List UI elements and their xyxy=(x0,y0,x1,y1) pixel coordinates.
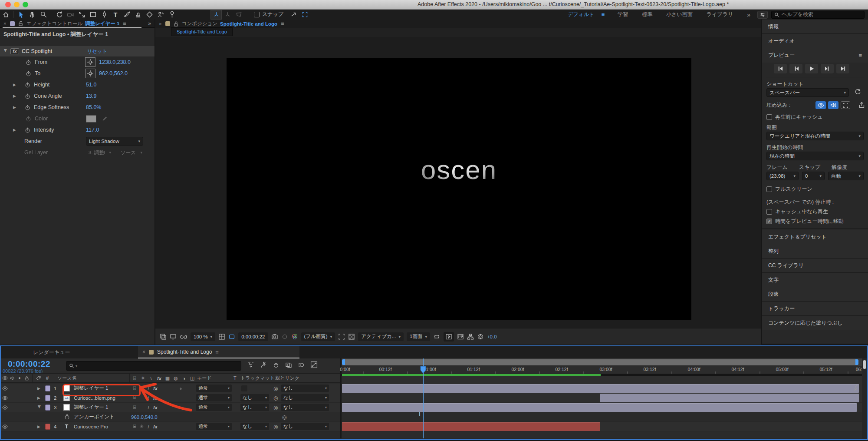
fx-switch[interactable]: fx xyxy=(152,395,159,401)
twirl-open-icon[interactable]: ▶ xyxy=(3,49,8,53)
shortcut-dropdown[interactable]: スペースバー xyxy=(766,88,849,97)
panel-header-align[interactable]: 整列 xyxy=(762,244,868,259)
timeline-search-input[interactable]: ▾ xyxy=(66,361,241,371)
trackmat-column-label[interactable]: トラックマット xyxy=(240,375,275,381)
channels-icon[interactable] xyxy=(291,333,298,340)
zoom-tool[interactable] xyxy=(38,10,49,20)
prop-value[interactable]: 117.0 xyxy=(86,127,99,133)
export-icon[interactable] xyxy=(858,102,865,109)
live-update-icon[interactable] xyxy=(260,361,267,368)
workspace-tab-small-screen[interactable]: 小さい画面 xyxy=(666,11,693,18)
panel-overflow-chevron[interactable]: » xyxy=(148,20,151,27)
panel-header-effects-presets[interactable]: エフェクト＆プリセット xyxy=(762,230,868,244)
work-area-end-handle[interactable] xyxy=(855,359,858,365)
anchor-point-row[interactable]: アンカーポイント 960.0,540.0 ◎ xyxy=(1,412,340,422)
pick-whip-icon[interactable]: ◎ xyxy=(273,395,278,401)
twirl-closed-icon[interactable]: ▶ xyxy=(13,128,17,132)
pixel-aspect-icon[interactable] xyxy=(433,333,441,340)
pick-whip-icon[interactable]: ◎ xyxy=(273,424,278,430)
prop-value[interactable]: 85.0% xyxy=(86,104,101,110)
timeline-comp-tab[interactable]: × Spotlight-Title and Logo ≡ xyxy=(138,346,299,358)
selection-tool[interactable] xyxy=(15,10,26,20)
range-dropdown[interactable]: ワークエリアと現在の時間 xyxy=(766,132,864,140)
include-audio-icon[interactable] xyxy=(828,101,838,109)
effect-name[interactable]: CC Spotlight xyxy=(22,48,52,54)
scrollbar-thumb[interactable] xyxy=(863,360,866,369)
region-brackets-icon[interactable] xyxy=(299,10,310,20)
panel-header-paragraph[interactable]: 段落 xyxy=(762,287,868,302)
mask-visibility-icon[interactable] xyxy=(228,333,235,340)
stopwatch-icon[interactable] xyxy=(24,104,30,110)
camera-dropdown[interactable]: アクティブカ...▾ xyxy=(358,332,404,341)
view-axis-mode-icon[interactable] xyxy=(233,10,244,20)
adjustment-layer-switch[interactable]: ◑ xyxy=(177,386,184,391)
first-frame-button[interactable] xyxy=(774,64,787,73)
layer-bar-4[interactable] xyxy=(342,422,600,431)
comp-mini-flowchart-icon[interactable] xyxy=(247,361,254,368)
stopwatch-icon[interactable] xyxy=(24,93,30,99)
view-layout-dropdown[interactable]: 1画面▾ xyxy=(407,332,430,341)
gel-source-dropdown[interactable]: ソース xyxy=(118,148,145,157)
resolution-dropdown[interactable]: 自動 xyxy=(828,172,864,180)
twirl-closed-icon[interactable]: ▶ xyxy=(13,94,17,98)
cache-before-checkbox[interactable] xyxy=(766,114,772,120)
zoom-window-button[interactable] xyxy=(23,2,28,7)
twirl-closed-icon[interactable]: ▶ xyxy=(13,105,17,109)
panel-menu-icon[interactable]: ≡ xyxy=(123,20,126,27)
play-cached-checkbox[interactable] xyxy=(766,209,772,215)
twirl-closed-icon[interactable]: ▶ xyxy=(37,386,42,391)
prop-value[interactable]: 962.0,562.0 xyxy=(99,70,128,76)
help-search-input[interactable]: ヘルプを検索 xyxy=(771,11,865,19)
layer-row-3[interactable]: ▶ 3 調整レイヤー 1 ⌸ / fx ◑ 通常 なし ◎ なし xyxy=(1,403,340,412)
reset-exposure-icon[interactable] xyxy=(477,333,484,340)
home-icon[interactable] xyxy=(0,10,11,20)
quality-switch[interactable]: / xyxy=(145,386,152,391)
prop-value[interactable]: 1238.0,238.0 xyxy=(99,59,131,65)
shy-icon[interactable] xyxy=(273,361,279,368)
snap-arrow-icon[interactable] xyxy=(288,10,299,20)
playhead-handle[interactable] xyxy=(420,366,426,374)
property-label[interactable]: アンカーポイント xyxy=(74,414,115,420)
property-value[interactable]: 960.0,540.0 xyxy=(131,414,158,420)
grid-guides-icon[interactable] xyxy=(218,333,225,340)
show-snapshot-icon[interactable] xyxy=(281,333,288,340)
trackmat-dropdown[interactable]: なし xyxy=(240,423,269,430)
layer-row-4[interactable]: ▶ 4 T Curioscene Pro ⌸ ✳ / fx 通常 なし ◎ なし xyxy=(1,422,340,431)
local-axis-mode-icon[interactable] xyxy=(210,10,222,20)
play-from-dropdown[interactable]: 現在の時間 xyxy=(766,152,864,160)
pan-behind-tool[interactable] xyxy=(76,10,87,20)
shy-switch[interactable]: ⌸ xyxy=(131,424,138,429)
prev-frame-button[interactable] xyxy=(789,64,802,73)
adjustment-layer-switch[interactable]: ◑ xyxy=(177,405,184,410)
panel-header-content-aware-fill[interactable]: コンテンツに応じた塗りつぶし xyxy=(762,316,868,330)
eye-icon[interactable] xyxy=(1,396,9,400)
eyedropper-icon[interactable] xyxy=(101,116,107,122)
gel-layer-dropdown[interactable]: 3. 調整l xyxy=(86,148,114,157)
effect-reset-link[interactable]: リセット xyxy=(87,48,107,55)
quality-switch[interactable]: / xyxy=(145,395,152,401)
pick-whip-icon[interactable]: ◎ xyxy=(273,405,278,411)
label-color-swatch[interactable] xyxy=(45,385,50,391)
skip-dropdown[interactable]: 0 xyxy=(802,172,825,180)
include-overlays-icon[interactable] xyxy=(841,101,850,109)
stopwatch-icon[interactable] xyxy=(24,127,30,133)
parent-column-label[interactable]: 親とリンク xyxy=(275,375,299,381)
layer-bar-2[interactable] xyxy=(600,394,859,402)
panel-header-tracker[interactable]: トラッカー xyxy=(762,302,868,316)
fx-switch[interactable]: fx xyxy=(152,405,159,410)
workspace-menu-icon[interactable]: ≡ xyxy=(602,11,605,18)
transparency-grid-icon[interactable] xyxy=(348,333,355,340)
world-axis-mode-icon[interactable] xyxy=(222,10,233,20)
eye-icon[interactable] xyxy=(1,424,9,429)
collapse-switch[interactable]: ✳ xyxy=(138,424,145,429)
roto-brush-tool[interactable] xyxy=(155,10,166,20)
eraser-tool[interactable] xyxy=(144,10,155,20)
panel-header-preview[interactable]: プレビュー≡ xyxy=(762,48,868,63)
fx-badge-icon[interactable]: fx xyxy=(10,48,19,54)
current-timecode[interactable]: 0:00:00:22 xyxy=(8,359,50,369)
quality-switch[interactable]: / xyxy=(145,424,152,429)
vertical-scrollbar[interactable] xyxy=(862,358,867,438)
comp-viewer-tab[interactable]: Spotlight-Title and Logo xyxy=(171,27,233,36)
stopwatch-icon[interactable] xyxy=(24,82,30,88)
work-area-bar[interactable] xyxy=(342,359,858,365)
